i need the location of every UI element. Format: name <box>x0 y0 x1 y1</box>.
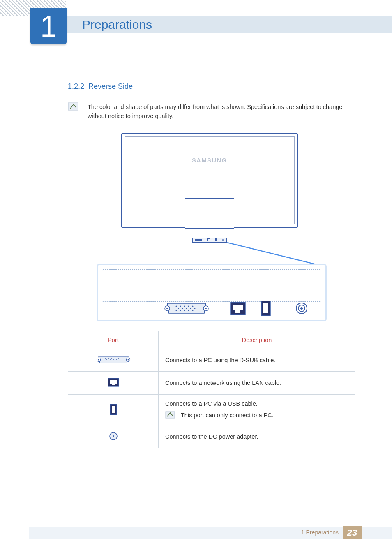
svg-point-41 <box>116 359 117 360</box>
svg-point-20 <box>192 310 194 311</box>
subsection-number: 1.2.2 <box>68 82 84 90</box>
svg-point-43 <box>105 361 106 361</box>
svg-point-9 <box>188 305 189 307</box>
usb-desc-text: Connects to a PC via a USB cable. <box>165 400 258 407</box>
svg-rect-25 <box>263 303 268 313</box>
svg-point-19 <box>188 310 189 311</box>
vga-port-cell <box>68 349 159 371</box>
mini-dc-icon <box>222 239 224 241</box>
svg-rect-50 <box>112 384 115 385</box>
svg-point-16 <box>176 310 177 311</box>
svg-point-5 <box>205 308 207 309</box>
dc-desc: Connects to the DC power adapter. <box>159 426 355 448</box>
usb-port-cell <box>68 394 159 426</box>
port-panel-dashed <box>102 269 321 302</box>
usb-port-icon <box>261 300 271 318</box>
monitor-logo: SAMSUNG <box>121 157 298 164</box>
svg-rect-0 <box>68 103 78 110</box>
chapter-header: Preparations 1 <box>0 0 392 33</box>
table-row: Connects to a PC using the D-SUB cable. <box>68 349 355 371</box>
svg-rect-52 <box>112 406 115 413</box>
port-strip <box>127 298 318 318</box>
footer-page-number: 23 <box>347 527 357 538</box>
svg-point-45 <box>111 361 112 361</box>
chapter-number: 1 <box>40 9 57 43</box>
note-block: The color and shape of parts may differ … <box>68 102 351 121</box>
svg-point-12 <box>182 308 183 309</box>
svg-point-8 <box>184 305 185 307</box>
svg-point-7 <box>180 305 181 307</box>
svg-point-18 <box>184 310 185 311</box>
table-header-description: Description <box>159 331 355 349</box>
usb-desc: Connects to a PC via a USB cable. This p… <box>159 394 355 426</box>
svg-point-36 <box>115 358 115 359</box>
svg-point-33 <box>105 358 106 359</box>
lan-port-cell <box>68 371 159 394</box>
footer-label: 1 Preparations <box>301 529 339 536</box>
mini-usb-icon <box>215 238 217 241</box>
svg-point-10 <box>192 305 194 307</box>
page-content: 1.2.2 Reverse Side The color and shape o… <box>0 33 392 448</box>
svg-point-32 <box>127 359 129 360</box>
note-icon <box>68 102 78 121</box>
svg-rect-22 <box>233 305 243 310</box>
svg-point-15 <box>194 308 196 309</box>
svg-point-46 <box>115 361 115 361</box>
lan-desc: Connects to a network using the LAN cabl… <box>159 371 355 394</box>
svg-point-55 <box>113 435 114 437</box>
svg-point-13 <box>186 308 187 309</box>
note-text: The color and shape of parts may differ … <box>88 102 351 121</box>
header-stripe: Preparations <box>66 16 392 33</box>
table-row: Connects to the DC power adapter. <box>68 426 355 448</box>
subsection-title: Reverse Side <box>88 82 133 90</box>
lan-port-icon <box>230 301 246 317</box>
svg-line-1 <box>227 243 314 264</box>
dc-port-icon <box>295 302 308 316</box>
page-footer: 1 Preparations 23 <box>0 527 392 543</box>
chapter-title: Preparations <box>82 18 152 32</box>
table-row: Connects to a PC via a USB cable. This p… <box>68 394 355 426</box>
vga-port-icon <box>164 301 209 317</box>
svg-point-14 <box>190 308 191 309</box>
usb-subnote: This port can only connect to a PC. <box>165 411 348 420</box>
reverse-side-figure: SAMSUNG <box>68 133 351 331</box>
table-row: Connects to a network using the LAN cabl… <box>68 371 355 394</box>
port-description-table: Port Description Connects to a PC using … <box>68 331 355 448</box>
svg-point-17 <box>180 310 181 311</box>
svg-point-40 <box>113 359 114 360</box>
dc-port-cell <box>68 426 159 448</box>
svg-point-39 <box>110 359 111 360</box>
vga-desc: Connects to a PC using the D-SUB cable. <box>159 349 355 371</box>
table-header-port: Port <box>68 331 159 349</box>
svg-point-42 <box>120 359 120 360</box>
port-panel <box>97 264 327 321</box>
mini-lan-icon <box>207 238 210 241</box>
svg-point-44 <box>108 361 109 361</box>
stand-upper <box>185 198 234 229</box>
subsection-heading: 1.2.2 Reverse Side <box>68 82 351 91</box>
svg-point-38 <box>106 359 107 360</box>
svg-point-47 <box>118 361 119 361</box>
svg-point-3 <box>166 308 168 309</box>
svg-point-11 <box>178 308 179 309</box>
svg-point-6 <box>176 305 177 307</box>
svg-rect-49 <box>110 380 117 384</box>
stand-port-strip <box>192 238 227 243</box>
svg-rect-23 <box>235 310 240 313</box>
svg-point-34 <box>108 358 109 359</box>
svg-point-37 <box>118 358 119 359</box>
note-icon <box>165 411 175 420</box>
svg-point-30 <box>98 359 99 360</box>
chapter-number-box: 1 <box>30 8 67 44</box>
usb-subnote-text: This port can only connect to a PC. <box>181 412 274 419</box>
svg-point-35 <box>111 358 112 359</box>
svg-point-28 <box>300 307 303 310</box>
mini-port-icon <box>195 239 202 241</box>
footer-page-box: 23 <box>343 526 362 539</box>
